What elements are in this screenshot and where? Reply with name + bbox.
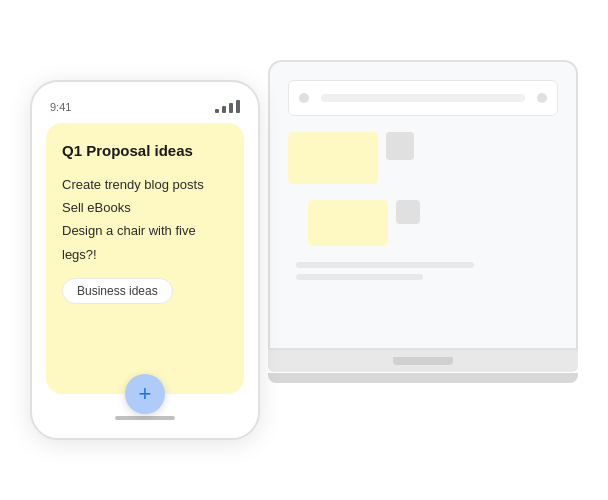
laptop bbox=[268, 60, 578, 390]
laptop-toolbar-circle bbox=[299, 93, 309, 103]
phone-time: 9:41 bbox=[50, 101, 71, 113]
laptop-lines bbox=[288, 262, 558, 280]
phone: 9:41 Q1 Proposal ideas Create trendy blo… bbox=[30, 80, 260, 440]
laptop-row-2 bbox=[288, 200, 558, 246]
note-card: Q1 Proposal ideas Create trendy blog pos… bbox=[46, 123, 244, 394]
laptop-yellow-1 bbox=[288, 132, 378, 184]
laptop-toolbar-bar bbox=[288, 80, 558, 116]
note-item-2: Sell eBooks bbox=[62, 196, 228, 219]
scene: 9:41 Q1 Proposal ideas Create trendy blo… bbox=[0, 0, 608, 500]
laptop-notch bbox=[393, 357, 453, 365]
laptop-screen bbox=[268, 60, 578, 350]
laptop-line-1 bbox=[296, 262, 474, 268]
laptop-toolbar-bar-fill bbox=[321, 94, 525, 102]
laptop-foot bbox=[268, 373, 578, 383]
laptop-toolbar-circle2 bbox=[537, 93, 547, 103]
note-tag: Business ideas bbox=[62, 278, 173, 304]
note-item-3: Design a chair with five legs?! bbox=[62, 219, 228, 266]
note-title: Q1 Proposal ideas bbox=[62, 141, 228, 161]
fab-button[interactable]: + bbox=[125, 374, 165, 414]
laptop-yellow-2 bbox=[308, 200, 388, 246]
laptop-row-1 bbox=[288, 132, 558, 184]
laptop-base bbox=[268, 350, 578, 372]
laptop-gray-2 bbox=[396, 200, 420, 224]
phone-signal bbox=[215, 100, 240, 113]
phone-home-bar bbox=[115, 416, 175, 420]
note-item-1: Create trendy blog posts bbox=[62, 173, 228, 196]
laptop-line-2 bbox=[296, 274, 423, 280]
laptop-gray-1 bbox=[386, 132, 414, 160]
phone-status-bar: 9:41 bbox=[46, 100, 244, 113]
